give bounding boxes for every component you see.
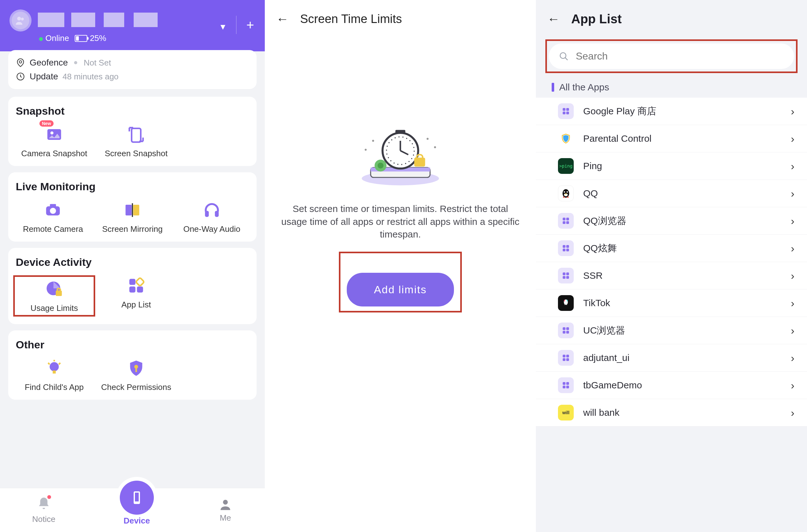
mirror-icon bbox=[123, 201, 142, 219]
usage-limits-button[interactable]: Usage Limits bbox=[13, 275, 95, 317]
svg-rect-76 bbox=[563, 382, 566, 385]
chevron-right-icon: › bbox=[791, 187, 794, 200]
svg-rect-72 bbox=[563, 355, 566, 358]
svg-rect-48 bbox=[566, 108, 569, 111]
remote-camera-button[interactable]: Remote Camera bbox=[13, 200, 93, 234]
app-row[interactable]: QQ› bbox=[536, 180, 807, 207]
svg-line-46 bbox=[565, 57, 568, 60]
update-row[interactable]: Update 48 minutes ago bbox=[16, 70, 249, 83]
svg-point-41 bbox=[365, 149, 367, 151]
svg-point-2 bbox=[19, 61, 22, 63]
filter-accent-bar bbox=[552, 83, 554, 92]
app-row[interactable]: SSR› bbox=[536, 262, 807, 289]
svg-rect-64 bbox=[563, 272, 566, 275]
svg-rect-50 bbox=[566, 112, 569, 114]
app-icon bbox=[558, 323, 574, 338]
svg-point-28 bbox=[223, 500, 227, 505]
phone-icon bbox=[129, 490, 144, 505]
svg-point-22 bbox=[50, 362, 59, 372]
filter-all-apps[interactable]: All the Apps bbox=[536, 79, 807, 98]
app-icon bbox=[558, 213, 574, 229]
check-permissions-button[interactable]: Check Permissions bbox=[95, 358, 177, 392]
app-name: Ping bbox=[583, 160, 782, 171]
app-name: adjutant_ui bbox=[583, 353, 782, 363]
page-title: App List bbox=[571, 12, 622, 26]
chevron-right-icon: › bbox=[791, 407, 794, 419]
find-childs-app-button[interactable]: Find Child's App bbox=[13, 358, 95, 392]
svg-rect-77 bbox=[566, 382, 569, 385]
screen-time-description: Set screen time or timespan limits. Rest… bbox=[280, 203, 520, 241]
svg-rect-70 bbox=[563, 331, 566, 334]
svg-point-53 bbox=[564, 191, 565, 193]
chevron-right-icon: › bbox=[791, 242, 794, 254]
app-row[interactable]: willwill bank› bbox=[536, 399, 807, 426]
add-device-button[interactable]: + bbox=[246, 18, 254, 33]
svg-point-55 bbox=[565, 193, 567, 194]
svg-rect-62 bbox=[563, 248, 566, 251]
svg-rect-66 bbox=[563, 276, 566, 279]
chevron-right-icon: › bbox=[791, 133, 794, 145]
app-row[interactable]: Google Play 商店› bbox=[536, 98, 807, 125]
app-row[interactable]: TikTok› bbox=[536, 289, 807, 317]
svg-point-38 bbox=[378, 163, 384, 169]
device-info-card: Geofence Not Set Update 48 minutes ago bbox=[8, 50, 257, 89]
shield-key-icon bbox=[127, 359, 145, 377]
app-row[interactable]: Parental Control› bbox=[536, 125, 807, 152]
svg-rect-27 bbox=[135, 493, 139, 501]
chevron-right-icon: › bbox=[791, 352, 794, 364]
nav-notice[interactable]: Notice bbox=[32, 496, 55, 524]
app-icon bbox=[558, 268, 574, 284]
battery-indicator: 25% bbox=[75, 33, 106, 43]
device-header: Online 25% ▼ + bbox=[0, 0, 265, 51]
svg-rect-6 bbox=[132, 129, 141, 142]
device-dropdown-caret[interactable]: ▼ bbox=[219, 22, 227, 32]
svg-rect-79 bbox=[566, 385, 569, 388]
bottom-nav: Notice Device Me bbox=[0, 488, 265, 532]
nav-device[interactable]: Device bbox=[120, 495, 154, 526]
svg-rect-49 bbox=[563, 112, 566, 114]
svg-point-5 bbox=[51, 131, 54, 134]
search-input[interactable] bbox=[575, 51, 784, 62]
live-monitoring-section: Live Monitoring Remote Camera Screen Mir… bbox=[8, 172, 257, 242]
svg-rect-60 bbox=[563, 245, 566, 248]
svg-point-0 bbox=[17, 17, 21, 20]
avatar[interactable] bbox=[10, 10, 32, 32]
app-row[interactable]: tbGameDemo› bbox=[536, 372, 807, 399]
nav-me[interactable]: Me bbox=[218, 497, 233, 523]
app-icon bbox=[558, 240, 574, 256]
camera-snapshot-button[interactable]: New Camera Snapshot bbox=[13, 124, 95, 158]
svg-rect-18 bbox=[129, 279, 135, 285]
geofence-row[interactable]: Geofence Not Set bbox=[16, 56, 249, 70]
app-list-button[interactable]: App List bbox=[95, 275, 177, 317]
app-row[interactable]: QQ浏览器› bbox=[536, 207, 807, 235]
screen-mirroring-button[interactable]: Screen Mirroring bbox=[93, 200, 172, 234]
svg-rect-65 bbox=[566, 272, 569, 275]
svg-rect-47 bbox=[563, 108, 566, 111]
clock-icon bbox=[16, 72, 25, 81]
search-bar[interactable] bbox=[549, 43, 794, 69]
svg-rect-57 bbox=[566, 217, 569, 221]
chevron-right-icon: › bbox=[791, 105, 794, 117]
one-way-audio-button[interactable]: One-Way Audio bbox=[172, 200, 252, 234]
svg-point-8 bbox=[50, 208, 56, 214]
search-icon bbox=[559, 51, 569, 62]
back-button[interactable]: ← bbox=[276, 12, 289, 26]
app-icon bbox=[558, 186, 574, 201]
child-name-redacted bbox=[38, 13, 158, 27]
app-row[interactable]: UC浏览器› bbox=[536, 317, 807, 344]
app-name: QQ浏览器 bbox=[583, 214, 782, 227]
screen-snapshot-button[interactable]: Screen Snapshot bbox=[95, 124, 177, 158]
app-row[interactable]: >pingPing› bbox=[536, 152, 807, 180]
section-title: Snapshot bbox=[16, 105, 249, 117]
app-icon bbox=[558, 103, 574, 119]
svg-rect-61 bbox=[566, 245, 569, 248]
chevron-right-icon: › bbox=[791, 270, 794, 282]
app-row[interactable]: QQ炫舞› bbox=[536, 235, 807, 262]
back-button[interactable]: ← bbox=[547, 12, 560, 26]
app-row[interactable]: adjutant_ui› bbox=[536, 344, 807, 372]
svg-rect-58 bbox=[563, 221, 566, 224]
svg-rect-75 bbox=[566, 358, 569, 361]
add-limits-button[interactable]: Add limits bbox=[347, 273, 454, 306]
svg-rect-74 bbox=[563, 358, 566, 361]
clock-illustration bbox=[344, 120, 457, 189]
